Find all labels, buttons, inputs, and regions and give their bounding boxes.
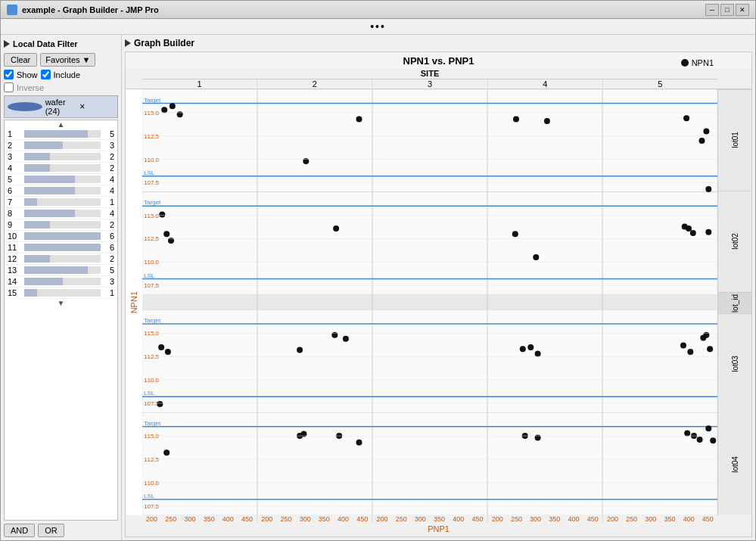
svg-point-49	[699, 138, 705, 144]
x-axis-segments: 2002503003504004502002503003504004502002…	[142, 515, 717, 523]
svg-point-86	[300, 431, 306, 437]
site-header-row: SITE 1 2 3 4 5	[126, 68, 751, 89]
and-button[interactable]: AND	[4, 524, 35, 537]
remove-filter-button[interactable]: ×	[79, 101, 114, 112]
svg-point-41	[161, 107, 167, 113]
scroll-down-button[interactable]: ▼	[5, 299, 117, 307]
x-axis-right-spacer	[717, 515, 751, 523]
svg-text:112.5: 112.5	[144, 235, 160, 242]
title-bar-left: example - Graph Builder - JMP Pro	[7, 5, 159, 15]
svg-point-58	[168, 238, 174, 244]
wafer-list[interactable]: ▲ 1 52 33 24 25 46 47 18 49 210 611 612 …	[4, 120, 118, 521]
site-section: SITE 1 2 3 4 5	[142, 68, 717, 89]
wafer-item[interactable]: 8 4	[5, 208, 117, 219]
svg-point-74	[297, 347, 303, 353]
svg-text:Target: Target	[144, 199, 161, 206]
x-axis-ticks-row: 2002503003504004502002503003504004502002…	[126, 515, 751, 523]
title-bar: example - Graph Builder - JMP Pro ─ □ ✕	[1, 1, 755, 19]
include-checkbox[interactable]	[41, 70, 51, 79]
svg-point-70	[165, 349, 171, 355]
and-or-row: AND OR	[4, 524, 118, 537]
inverse-checkbox[interactable]	[4, 82, 14, 92]
show-label: Show	[17, 70, 38, 79]
svg-text:LSL: LSL	[144, 169, 155, 176]
svg-point-64	[690, 230, 696, 236]
svg-text:110.0: 110.0	[144, 377, 160, 384]
svg-text:110.0: 110.0	[144, 157, 160, 163]
svg-point-51	[705, 186, 711, 192]
wafer-item[interactable]: 10 6	[5, 231, 117, 242]
chart-area: NPN1 TargetLSLTargetLSLTargetLSLTargetLS…	[126, 89, 751, 515]
chart-svg-container[interactable]: TargetLSLTargetLSLTargetLSLTargetLSL115.…	[142, 89, 717, 515]
wafer-item[interactable]: 15 1	[5, 288, 117, 299]
wafer-item[interactable]: 14 3	[5, 276, 117, 288]
scroll-up-button[interactable]: ▲	[5, 120, 117, 129]
minimize-button[interactable]: ─	[705, 4, 719, 16]
wafer-item[interactable]: 5 4	[5, 174, 117, 185]
wafer-item[interactable]: 2 3	[5, 140, 117, 151]
svg-text:112.5: 112.5	[144, 133, 160, 140]
svg-point-90	[535, 435, 541, 441]
svg-text:115.0: 115.0	[144, 330, 160, 337]
svg-point-47	[544, 118, 550, 124]
svg-point-45	[356, 117, 362, 123]
include-label: Include	[54, 70, 80, 79]
wafer-item[interactable]: 12 2	[5, 253, 117, 265]
site-1: 1	[142, 79, 257, 89]
svg-text:115.0: 115.0	[144, 110, 160, 117]
menu-bar[interactable]: •••	[1, 19, 755, 35]
wafer-item[interactable]: 7 1	[5, 197, 117, 208]
graph-expand-icon[interactable]	[125, 39, 131, 47]
dropdown-arrow-icon: ▼	[82, 55, 91, 64]
main-window: example - Graph Builder - JMP Pro ─ □ ✕ …	[0, 0, 756, 541]
lot03-label: lot03	[718, 313, 751, 415]
svg-point-42	[170, 103, 176, 109]
y-axis-spacer	[126, 68, 142, 89]
wafer-item[interactable]: 6 4	[5, 185, 117, 197]
legend-dot	[681, 59, 689, 67]
lot-id-label: lot_id	[718, 292, 751, 314]
svg-point-93	[697, 437, 703, 443]
site-4: 4	[488, 79, 603, 89]
scatter-plot: TargetLSLTargetLSLTargetLSLTargetLSL115.…	[142, 89, 717, 515]
maximize-button[interactable]: □	[720, 4, 734, 16]
expand-icon[interactable]	[4, 40, 10, 48]
lot02-label: lot02	[718, 191, 751, 292]
svg-text:107.5: 107.5	[144, 503, 160, 510]
site-3: 3	[372, 79, 487, 89]
svg-text:LSL: LSL	[144, 272, 155, 279]
close-button[interactable]: ✕	[736, 4, 749, 16]
graph-title: NPN1 vs. PNP1	[126, 52, 751, 68]
svg-point-82	[707, 346, 713, 352]
column-icon	[8, 102, 42, 111]
wafer-item[interactable]: 1 5	[5, 129, 117, 140]
svg-point-84	[163, 449, 170, 455]
favorites-button[interactable]: Favorites ▼	[40, 53, 95, 67]
wafer-item[interactable]: 3 2	[5, 151, 117, 163]
filter-column-header: wafer (24) ×	[4, 95, 118, 118]
svg-point-95	[710, 437, 716, 443]
svg-point-69	[158, 344, 164, 350]
svg-point-50	[703, 129, 709, 135]
window-controls: ─ □ ✕	[705, 4, 749, 16]
svg-text:107.5: 107.5	[144, 282, 160, 289]
legend-label: NPN1	[692, 58, 714, 67]
graph-panel-title: Graph Builder	[134, 38, 194, 48]
wafer-item[interactable]: 4 2	[5, 163, 117, 174]
svg-text:110.0: 110.0	[144, 480, 160, 487]
svg-point-72	[331, 332, 338, 338]
svg-point-46	[513, 117, 519, 123]
wafer-item[interactable]: 9 2	[5, 219, 117, 231]
show-checkbox[interactable]	[4, 70, 14, 79]
wafer-item[interactable]: 13 5	[5, 265, 117, 276]
lot01-label: lot01	[718, 89, 751, 191]
wafer-item[interactable]: 11 6	[5, 242, 117, 253]
left-panel: Local Data Filter Clear Favorites ▼ Show…	[1, 35, 122, 540]
clear-button[interactable]: Clear	[4, 53, 37, 67]
site-numbers-row: 1 2 3 4 5	[142, 79, 717, 89]
right-label-spacer	[717, 68, 751, 89]
local-data-filter-header: Local Data Filter	[4, 38, 118, 50]
filter-panel-title: Local Data Filter	[13, 39, 78, 48]
or-button[interactable]: OR	[38, 524, 64, 537]
svg-point-91	[684, 430, 690, 436]
